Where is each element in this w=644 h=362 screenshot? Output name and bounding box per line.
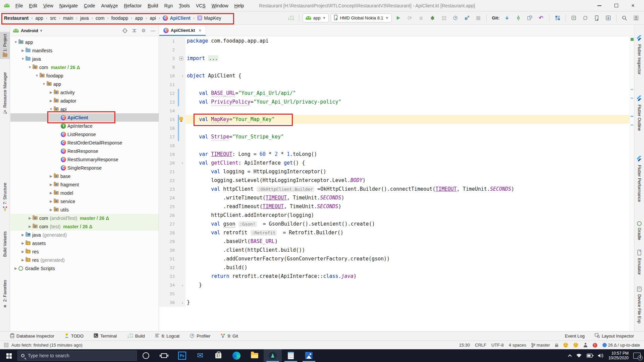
chevron-expanded-icon[interactable]: ▼: [27, 65, 33, 69]
tree-item-activity[interactable]: ▶activity: [10, 88, 159, 97]
code-line-26[interactable]: 26 httpClient.addInterceptor(logging): [159, 211, 630, 220]
chevron-collapsed-icon[interactable]: ▶: [48, 90, 54, 94]
breadcrumb-item-app-1[interactable]: app: [35, 15, 44, 21]
taskbar-clock[interactable]: 10:57 PM 10/25/2020: [608, 351, 629, 360]
fold-marker-icon[interactable]: +: [179, 57, 183, 60]
code-line-20[interactable]: 20▾ val getClient: ApiInterface get() {: [159, 159, 630, 167]
toolwindow-button-build[interactable]: ↓0 11 0Build: [127, 333, 145, 339]
profile-app-button[interactable]: [439, 14, 449, 22]
chevron-collapsed-icon[interactable]: ▶: [48, 208, 54, 212]
breadcrumb-item-java-4[interactable]: java: [79, 15, 90, 21]
code-line-15[interactable]: 15 val MapKey="Your_Map_Key": [159, 115, 630, 124]
tree-item-gradle scripts[interactable]: ▶Gradle Scripts: [10, 264, 159, 273]
sidebar-item-device-file-exp[interactable]: Device File Exp: [634, 287, 644, 323]
tree-item-foodapp[interactable]: ▼foodapp: [10, 71, 159, 80]
code-line-25[interactable]: 25 .readTimeout(TIMEOUT, TimeUnit.SECOND…: [159, 202, 630, 211]
profile-button[interactable]: [631, 14, 641, 22]
collapse-all-icon[interactable]: [131, 27, 137, 34]
toolwindow-button-database-inspector[interactable]: Database Inspector: [10, 333, 54, 339]
menu-item-tools[interactable]: Tools: [176, 3, 193, 8]
editor-scrollbar[interactable]: [630, 37, 634, 331]
tree-item-api[interactable]: ▼api: [10, 105, 159, 113]
breadcrumb-item-com-5[interactable]: com: [95, 15, 105, 21]
sad-face-icon[interactable]: [573, 343, 578, 348]
code-line-30[interactable]: 30 .client(httpClient.build()): [159, 246, 630, 254]
volume-icon[interactable]: [598, 353, 604, 358]
tree-item-com[interactable]: ▼commaster / 26 Δ: [10, 63, 159, 71]
action-center-icon[interactable]: 4: [633, 353, 641, 359]
sidebar-item-emulator[interactable]: Emulator: [634, 250, 644, 275]
indent-style[interactable]: 4 spaces: [509, 343, 526, 348]
chevron-collapsed-icon[interactable]: ▶: [48, 174, 54, 178]
chevron-expanded-icon[interactable]: ▼: [13, 40, 18, 44]
toolwindow-button-profiler[interactable]: Profiler: [190, 333, 210, 339]
code-line-9[interactable]: 9: [159, 63, 630, 71]
code-line-12[interactable]: 12 val BASE_URL="Your_Api_Url/api/": [159, 89, 630, 98]
tree-item-adaptor[interactable]: ▶adaptor: [10, 97, 159, 105]
sidebar-item-flutter-performance[interactable]: Flutter Performance: [634, 156, 644, 202]
tree-item-service[interactable]: ▶service: [10, 197, 159, 205]
tray-expand-icon[interactable]: [568, 354, 572, 358]
caret-position[interactable]: 15:30: [459, 343, 470, 348]
taskbar-app-cortana[interactable]: [137, 349, 155, 362]
battery-icon[interactable]: [587, 354, 593, 358]
menu-item-help[interactable]: Help: [231, 3, 247, 8]
code-line-23[interactable]: 23 val httpClient :OkHttpClient.Builder …: [159, 185, 630, 193]
wifi-icon[interactable]: [576, 353, 582, 358]
device-select[interactable]: HMD Global Nokia 8.1▼: [331, 13, 391, 22]
breadcrumb-item-src-2[interactable]: src: [49, 15, 57, 21]
code-line-33[interactable]: 33 return retrofit.create(ApiInterface::…: [159, 272, 630, 281]
commit-button[interactable]: [514, 14, 523, 22]
menu-item-run[interactable]: Run: [161, 3, 176, 8]
minimize-button[interactable]: [591, 1, 608, 11]
breadcrumb-item-foodapp-6[interactable]: foodapp: [111, 15, 129, 21]
chevron-expanded-icon[interactable]: ▼: [48, 107, 54, 111]
breadcrumb-item-api-8[interactable]: api: [149, 15, 157, 21]
tree-item-java[interactable]: ▼java: [10, 55, 159, 63]
chevron-collapsed-icon[interactable]: ▶: [48, 99, 54, 103]
taskbar-search-input[interactable]: Type here to search: [17, 351, 137, 361]
close-button[interactable]: ×: [625, 1, 641, 11]
code-line-2[interactable]: 2: [159, 45, 630, 54]
maximize-button[interactable]: [608, 1, 625, 11]
run-configuration-select[interactable]: app▼: [303, 13, 329, 22]
menu-item-analyze[interactable]: Analyze: [98, 3, 121, 8]
hide-panel-icon[interactable]: —: [150, 27, 156, 34]
code-line-32[interactable]: 32 .build(): [159, 263, 630, 272]
toolwindow-button-6-logcat[interactable]: 6: Logcat: [155, 334, 180, 339]
code-line-11[interactable]: 11: [159, 80, 630, 89]
code-editor[interactable]: 1package com.foodapp.app.api23+import ..…: [159, 37, 630, 331]
chevron-collapsed-icon[interactable]: ▶: [20, 258, 25, 262]
tree-item-base[interactable]: ▶base: [10, 172, 159, 180]
taskbar-app-notepad[interactable]: [282, 349, 300, 362]
chevron-expanded-icon[interactable]: ▼: [20, 57, 25, 61]
taskbar-app-android-studio[interactable]: [264, 349, 282, 362]
tree-item-com-androidtest-[interactable]: ▶com(androidTest)master / 26 Δ: [10, 214, 159, 222]
taskbar-app-mail[interactable]: ✉: [191, 349, 209, 362]
fold-marker-icon[interactable]: ▴: [180, 283, 185, 287]
menu-item-navigate[interactable]: Navigate: [56, 3, 81, 8]
code-line-24[interactable]: 24 .writeTimeout(TIMEOUT, TimeUnit.SECON…: [159, 193, 630, 202]
fold-marker-icon[interactable]: ▾: [180, 74, 185, 78]
tree-item-restorderdetailresponse[interactable]: CRestOrderDetailResponse: [10, 138, 159, 147]
error-indicator-icon[interactable]: !: [593, 343, 597, 348]
fold-marker-icon[interactable]: ▾: [180, 161, 185, 165]
chevron-collapsed-icon[interactable]: ▶: [20, 49, 25, 52]
code-line-16[interactable]: 16: [159, 124, 630, 132]
sidebar-item-resource-manager[interactable]: Resource Manager: [0, 72, 10, 115]
taskbar-app-file-explorer[interactable]: [246, 349, 264, 362]
write-lock-icon[interactable]: [555, 345, 558, 347]
show-history-button[interactable]: [525, 14, 534, 22]
user-icon[interactable]: [583, 343, 588, 347]
code-line-19[interactable]: 19 var TIMEOUT: Long = 60 * 2 * 1.toLong…: [159, 150, 630, 159]
taskbar-app-photos[interactable]: [300, 349, 318, 362]
code-line-35[interactable]: 35: [159, 289, 630, 298]
locate-file-icon[interactable]: [122, 27, 128, 34]
apply-code-changes-button[interactable]: ≣: [417, 14, 426, 22]
gradle-sync-button[interactable]: [581, 14, 590, 22]
chevron-collapsed-icon[interactable]: ▶: [48, 191, 54, 195]
menu-item-refactor[interactable]: Refactor: [121, 3, 145, 8]
code-line-34[interactable]: 34▴ }: [159, 281, 630, 289]
tree-item-utils[interactable]: ▶utils: [10, 205, 159, 214]
chevron-expanded-icon[interactable]: ▼: [34, 74, 40, 77]
